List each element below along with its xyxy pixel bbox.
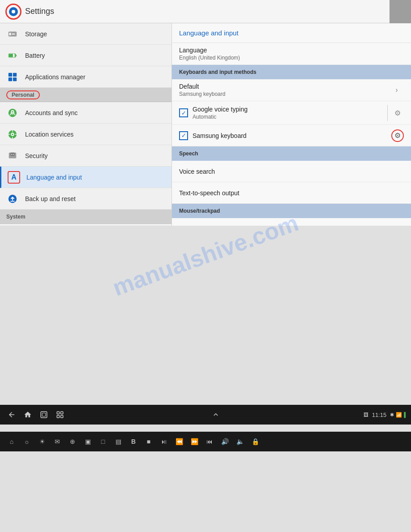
title-bar-right-block bbox=[390, 0, 411, 23]
nav-up-button[interactable] bbox=[208, 407, 224, 423]
sys-playpause-btn[interactable]: ⏯ bbox=[157, 434, 171, 449]
sys-home-btn[interactable]: ⌂ bbox=[4, 434, 19, 449]
back-button[interactable] bbox=[4, 407, 20, 423]
speech-section-label: Speech bbox=[179, 150, 198, 157]
sys-fastforward-btn[interactable]: ⏩ bbox=[187, 434, 201, 449]
mouse-section-header: Mouse/trackpad bbox=[172, 204, 411, 218]
sys-menu-btn[interactable]: ▤ bbox=[111, 434, 125, 449]
settings-icon-circle bbox=[5, 4, 21, 20]
sidebar-item-battery[interactable]: Battery bbox=[0, 45, 171, 66]
bottom-nav-bar: 🖼 11:15 ✱ 📶 ▌ bbox=[0, 405, 411, 425]
expand-button[interactable] bbox=[52, 407, 68, 423]
svg-rect-22 bbox=[11, 154, 12, 155]
svg-rect-21 bbox=[10, 152, 14, 155]
sys-vol-down-btn[interactable]: 🔈 bbox=[233, 434, 247, 449]
svg-rect-35 bbox=[61, 416, 63, 418]
language-icon: A bbox=[8, 171, 20, 184]
samsung-keyboard-settings-icon[interactable]: ⚙ bbox=[391, 129, 404, 142]
default-keyboard-text: Default Samsung keyboard bbox=[179, 83, 390, 97]
personal-section-label: Personal bbox=[6, 90, 40, 99]
tts-row[interactable]: Text-to-speech output bbox=[172, 182, 411, 204]
voice-search-row[interactable]: Voice search bbox=[172, 161, 411, 182]
svg-rect-9 bbox=[9, 77, 12, 81]
wifi-icon: 📶 bbox=[396, 412, 402, 418]
pointer-speed-title: Pointer speed bbox=[179, 225, 390, 226]
sidebar-item-accounts[interactable]: Accounts and sync bbox=[0, 102, 171, 124]
google-voice-settings-icon[interactable]: ⚙ bbox=[391, 107, 404, 119]
sys-skipback-btn[interactable]: ⏮ bbox=[202, 434, 217, 449]
home-button[interactable] bbox=[20, 407, 36, 423]
svg-rect-33 bbox=[61, 412, 63, 414]
location-icon bbox=[6, 128, 19, 141]
sidebar-item-applications[interactable]: Applications manager bbox=[0, 66, 171, 88]
samsung-keyboard-text: Samsung keyboard bbox=[193, 132, 391, 139]
sys-vol-up-btn[interactable]: 🔊 bbox=[218, 434, 232, 449]
svg-rect-32 bbox=[57, 412, 59, 414]
security-label: Security bbox=[25, 152, 48, 159]
bluetooth-icon: ✱ bbox=[390, 412, 394, 418]
default-keyboard-subtitle: Samsung keyboard bbox=[179, 91, 390, 97]
page-title: Settings bbox=[25, 7, 54, 16]
language-label: Language and input bbox=[26, 174, 82, 181]
apps-icon bbox=[6, 71, 19, 83]
sys-brightness-up-btn[interactable]: ☀ bbox=[35, 434, 49, 449]
tts-text: Text-to-speech output bbox=[179, 189, 404, 197]
sys-screenshot-btn[interactable]: ▣ bbox=[81, 434, 95, 449]
status-icons: 🖼 bbox=[364, 412, 368, 417]
sidebar-item-accessory[interactable]: Accessory bbox=[0, 224, 171, 226]
sys-window-btn[interactable]: □ bbox=[96, 434, 110, 449]
default-keyboard-row[interactable]: Default Samsung keyboard › bbox=[172, 79, 411, 101]
google-voice-row[interactable]: ✓ Google voice typing Automatic ⚙ bbox=[172, 101, 411, 125]
sidebar-item-language[interactable]: A Language and input bbox=[0, 167, 171, 188]
sidebar-item-backup[interactable]: Back up and reset bbox=[0, 188, 171, 210]
sys-stop-btn[interactable]: ■ bbox=[141, 434, 156, 449]
language-row[interactable]: Language English (United Kingdom) bbox=[172, 43, 411, 65]
svg-point-15 bbox=[12, 133, 13, 135]
speech-section-header: Speech bbox=[172, 146, 411, 161]
divider bbox=[387, 105, 388, 121]
google-voice-text: Google voice typing Automatic bbox=[193, 106, 384, 120]
svg-rect-30 bbox=[41, 412, 47, 418]
location-label: Location services bbox=[25, 131, 73, 138]
sys-brightness-down-btn[interactable]: ☼ bbox=[20, 434, 34, 449]
samsung-keyboard-title: Samsung keyboard bbox=[193, 132, 391, 139]
svg-rect-10 bbox=[13, 77, 17, 81]
svg-rect-4 bbox=[16, 55, 17, 56]
section-system: System bbox=[0, 210, 171, 224]
sys-mail-btn[interactable]: ✉ bbox=[50, 434, 64, 449]
default-keyboard-chevron[interactable]: › bbox=[390, 83, 404, 97]
accounts-label: Accounts and sync bbox=[25, 109, 78, 116]
recent-button[interactable] bbox=[36, 407, 52, 423]
sidebar-item-storage[interactable]: Storage bbox=[0, 23, 171, 45]
svg-rect-7 bbox=[9, 73, 12, 76]
applications-label: Applications manager bbox=[25, 73, 86, 81]
samsung-keyboard-row[interactable]: ✓ Samsung keyboard ⚙ bbox=[172, 125, 411, 146]
svg-rect-23 bbox=[13, 154, 14, 155]
pointer-speed-row[interactable]: Pointer speed › bbox=[172, 218, 411, 226]
security-icon bbox=[6, 150, 19, 162]
nav-center bbox=[68, 407, 364, 423]
google-voice-title: Google voice typing bbox=[193, 106, 384, 113]
sys-b-btn[interactable]: B bbox=[126, 434, 141, 449]
samsung-keyboard-checkbox[interactable]: ✓ bbox=[179, 131, 188, 140]
language-row-title: Language bbox=[179, 47, 404, 54]
sys-search-btn[interactable]: ⊕ bbox=[65, 434, 80, 449]
tts-title: Text-to-speech output bbox=[179, 189, 404, 197]
keyboards-section-header: Keyboards and input methods bbox=[172, 65, 411, 79]
pointer-speed-text: Pointer speed bbox=[179, 225, 390, 226]
main-content: Storage Battery Applications manager Per… bbox=[0, 23, 411, 226]
sys-lock-btn[interactable]: 🔒 bbox=[248, 434, 262, 449]
right-title-label: Language and input bbox=[179, 29, 239, 37]
svg-rect-1 bbox=[9, 33, 11, 35]
section-personal: Personal bbox=[0, 88, 171, 102]
right-panel: Language and input Language English (Uni… bbox=[172, 23, 411, 226]
voice-search-title: Voice search bbox=[179, 168, 404, 175]
google-voice-checkbox[interactable]: ✓ bbox=[179, 108, 188, 117]
sys-rewind-btn[interactable]: ⏪ bbox=[172, 434, 186, 449]
pointer-speed-chevron[interactable]: › bbox=[390, 222, 404, 226]
sidebar-item-security[interactable]: Security bbox=[0, 145, 171, 167]
keyboards-section-label: Keyboards and input methods bbox=[179, 69, 257, 75]
google-voice-subtitle: Automatic bbox=[193, 114, 384, 120]
sidebar-item-location[interactable]: Location services bbox=[0, 124, 171, 145]
pointer-chevron-icon: › bbox=[395, 225, 398, 226]
